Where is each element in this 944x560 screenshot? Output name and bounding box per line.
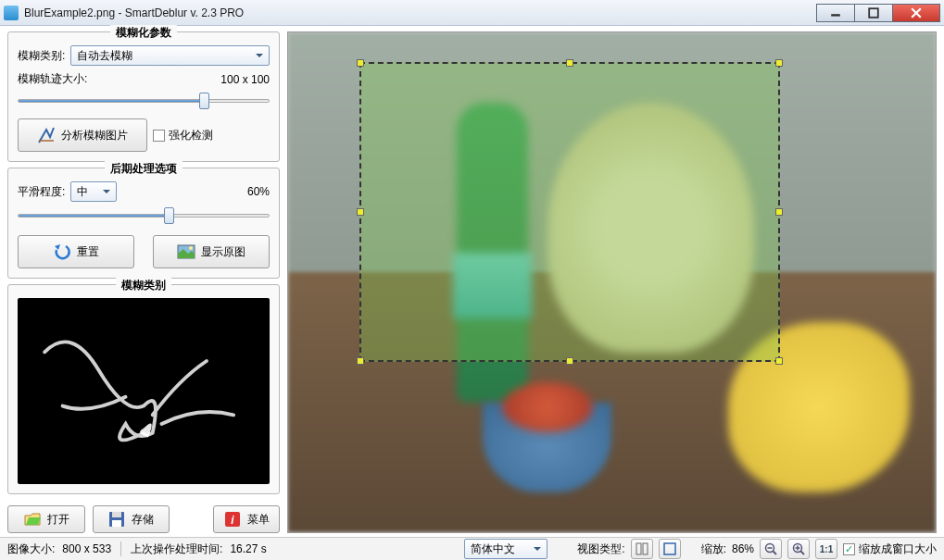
blur-params-legend: 模糊化参数 xyxy=(110,25,177,41)
language-combo[interactable]: 简体中文 xyxy=(464,539,548,559)
zoom-value: 86% xyxy=(732,542,754,555)
view-split-button[interactable] xyxy=(631,539,653,559)
checkbox-icon xyxy=(153,130,165,142)
svg-rect-7 xyxy=(112,512,121,517)
title-bar: BlurExample2.png - SmartDeblur v. 2.3 PR… xyxy=(0,0,944,26)
status-bar: 图像大小: 800 x 533 上次操作处理时间:16.27 s 简体中文 视图… xyxy=(0,537,944,560)
zoom-label: 缩放: xyxy=(701,541,726,557)
smooth-combo[interactable]: 中 xyxy=(70,181,117,202)
last-op-value: 16.27 s xyxy=(230,542,266,555)
blur-params-group: 模糊化参数 模糊类别: 自动去模糊 模糊轨迹大小: 100 x 100 分析模糊… xyxy=(7,31,280,162)
menu-button[interactable]: i 菜单 xyxy=(213,505,280,533)
window-title: BlurExample2.png - SmartDeblur v. 2.3 PR… xyxy=(24,6,244,19)
resize-handle[interactable] xyxy=(566,357,573,365)
svg-rect-8 xyxy=(112,520,121,527)
show-original-button[interactable]: 显示原图 xyxy=(153,235,270,268)
aggressive-checkbox[interactable]: 强化检测 xyxy=(153,128,213,143)
selection-rect[interactable] xyxy=(359,62,780,362)
view-single-button[interactable] xyxy=(659,539,681,559)
blur-size-label: 模糊轨迹大小: xyxy=(18,71,87,87)
svg-point-5 xyxy=(189,246,193,250)
fit-window-checkbox[interactable]: 缩放成窗口大小 xyxy=(843,541,937,557)
undo-icon xyxy=(53,243,71,261)
smooth-label: 平滑程度: xyxy=(18,184,65,200)
reset-button[interactable]: 重置 xyxy=(18,235,134,268)
svg-rect-13 xyxy=(664,543,675,554)
svg-rect-11 xyxy=(636,543,641,554)
app-icon xyxy=(4,6,19,20)
blur-size-value: 100 x 100 xyxy=(212,73,270,86)
svg-line-15 xyxy=(773,551,776,554)
zoom-in-button[interactable] xyxy=(787,539,810,559)
maximize-button[interactable] xyxy=(854,4,893,22)
view-type-label: 视图类型: xyxy=(577,541,624,557)
open-button[interactable]: 打开 xyxy=(7,505,85,533)
kernel-preview xyxy=(18,298,270,484)
zoom-actual-button[interactable]: 1:1 xyxy=(815,539,837,559)
image-size-label: 图像大小: xyxy=(7,541,55,557)
post-legend: 后期处理选项 xyxy=(105,161,183,177)
analyze-button[interactable]: 分析模糊图片 xyxy=(18,118,147,152)
svg-rect-12 xyxy=(643,543,648,554)
post-process-group: 后期处理选项 平滑程度: 中 60% 重置 显示原图 xyxy=(7,168,280,279)
zoom-out-button[interactable] xyxy=(760,539,782,559)
kernel-legend: 模糊类别 xyxy=(116,278,171,293)
resize-handle[interactable] xyxy=(775,208,783,216)
image-size-value: 800 x 533 xyxy=(62,542,111,555)
minimize-button[interactable] xyxy=(816,4,855,22)
resize-handle[interactable] xyxy=(357,357,364,365)
resize-handle[interactable] xyxy=(775,59,783,67)
last-op-label: 上次操作处理时间: xyxy=(131,541,222,557)
blur-size-slider[interactable] xyxy=(18,93,270,109)
image-icon xyxy=(177,243,195,261)
smooth-pct: 60% xyxy=(247,185,270,198)
checkbox-icon xyxy=(843,543,855,555)
save-button[interactable]: 存储 xyxy=(93,505,170,533)
resize-handle[interactable] xyxy=(357,59,364,67)
info-icon: i xyxy=(223,510,242,529)
kernel-group: 模糊类别 xyxy=(7,284,280,494)
svg-line-18 xyxy=(800,551,804,554)
left-panel: 模糊化参数 模糊类别: 自动去模糊 模糊轨迹大小: 100 x 100 分析模糊… xyxy=(0,26,287,537)
open-icon xyxy=(23,510,42,529)
resize-handle[interactable] xyxy=(357,208,364,216)
svg-rect-1 xyxy=(869,8,878,18)
blur-type-combo[interactable]: 自动去模糊 xyxy=(70,45,270,66)
image-viewer[interactable] xyxy=(287,31,937,533)
analyze-icon xyxy=(37,126,56,144)
resize-handle[interactable] xyxy=(566,59,573,67)
blur-type-label: 模糊类别: xyxy=(18,48,65,64)
resize-handle[interactable] xyxy=(775,357,783,365)
close-button[interactable] xyxy=(892,4,940,22)
smooth-slider[interactable] xyxy=(18,207,270,224)
save-icon xyxy=(107,510,126,529)
